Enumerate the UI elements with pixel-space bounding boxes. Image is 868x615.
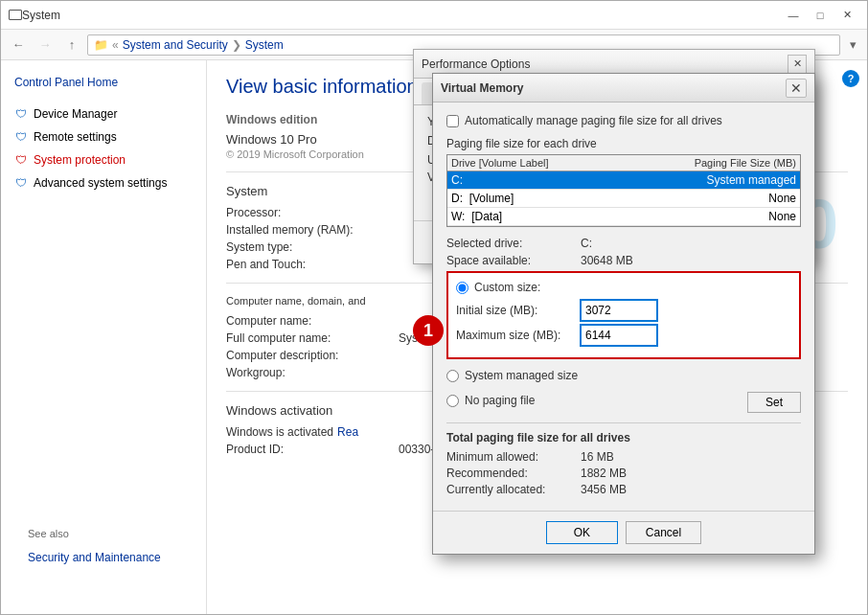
drive-w-size: None: [624, 210, 796, 223]
help-icon[interactable]: ?: [842, 70, 859, 87]
space-available-label: Space available:: [446, 254, 581, 267]
virt-mem-titlebar: Virtual Memory ✕: [433, 74, 814, 102]
processor-label: Processor:: [226, 206, 399, 219]
maximize-button[interactable]: □: [808, 6, 833, 25]
breadcrumb: « System and Security ❯ System: [112, 38, 284, 52]
space-available-row: Space available: 30648 MB: [446, 254, 801, 267]
pen-touch-label: Pen and Touch:: [226, 258, 399, 271]
breadcrumb-arrow: ❯: [232, 38, 241, 52]
up-button[interactable]: ↑: [60, 34, 83, 57]
product-id-label: Product ID:: [226, 443, 399, 456]
perf-close-button[interactable]: ✕: [788, 55, 807, 74]
selected-drive-row: Selected drive: C:: [446, 237, 801, 250]
auto-manage-checkbox[interactable]: [446, 115, 459, 127]
allocated-value: 3456 MB: [581, 483, 627, 496]
sidebar-advanced-label: Advanced system settings: [34, 176, 167, 190]
activation-link[interactable]: Rea: [337, 425, 358, 439]
sidebar-item-remote-settings[interactable]: 🛡 Remote settings: [1, 125, 206, 148]
paging-table-header: Drive [Volume Label] Paging File Size (M…: [447, 155, 800, 171]
max-size-label: Maximum size (MB):: [456, 329, 581, 342]
paging-table: Drive [Volume Label] Paging File Size (M…: [446, 154, 801, 227]
computer-name-label: Computer name:: [226, 314, 399, 328]
paging-row-c[interactable]: C: System managed: [447, 171, 800, 190]
virtual-memory-dialog: Virtual Memory ✕ Automatically manage pa…: [432, 73, 815, 555]
initial-size-input[interactable]: [581, 300, 657, 321]
drive-w-label: W: [Data]: [451, 210, 624, 223]
drive-info-fields: Selected drive: C: Space available: 3064…: [446, 237, 801, 267]
full-computer-label: Full computer name:: [226, 331, 399, 345]
max-size-input[interactable]: [581, 325, 657, 346]
forward-button[interactable]: →: [34, 34, 57, 57]
auto-manage-label: Automatically manage paging file size fo…: [465, 114, 722, 127]
custom-size-radio[interactable]: [456, 282, 468, 294]
minimum-value: 16 MB: [581, 450, 614, 464]
recommended-row: Recommended: 1882 MB: [446, 467, 801, 480]
max-size-row: Maximum size (MB):: [456, 325, 791, 346]
sidebar-item-device-manager[interactable]: 🛡 Device Manager: [1, 102, 206, 125]
system-managed-row: System managed size: [446, 369, 801, 382]
step-badge: 1: [413, 315, 444, 346]
set-button[interactable]: Set: [747, 392, 801, 413]
col-size: Paging File Size (MB): [624, 157, 796, 169]
no-paging-label: No paging file: [465, 394, 535, 407]
drive-d-size: None: [624, 192, 796, 205]
shield-blue-icon: 🛡: [14, 107, 28, 121]
system-managed-label: System managed size: [465, 369, 578, 382]
selected-drive-value: C:: [581, 237, 592, 250]
minimum-row: Minimum allowed: 16 MB: [446, 450, 801, 464]
drive-d-volume: [Volume]: [469, 192, 514, 205]
drive-d-label: D: [Volume]: [451, 192, 624, 205]
shield-blue-icon-3: 🛡: [14, 176, 28, 190]
ram-label: Installed memory (RAM):: [226, 223, 399, 237]
system-type-label: System type:: [226, 240, 399, 254]
sidebar-security-maintenance[interactable]: Security and Maintenance: [14, 547, 193, 568]
custom-size-label: Custom size:: [474, 281, 540, 294]
back-button[interactable]: ←: [7, 34, 30, 57]
virt-cancel-button[interactable]: Cancel: [626, 521, 701, 544]
virt-mem-title: Virtual Memory: [441, 81, 786, 95]
sidebar-item-system-protection[interactable]: 🛡 System protection: [1, 148, 206, 171]
virt-mem-content: Automatically manage paging file size fo…: [433, 102, 814, 511]
auto-manage-row: Automatically manage paging file size fo…: [446, 114, 801, 127]
selected-drive-label: Selected drive:: [446, 237, 581, 250]
allocated-row: Currently allocated: 3456 MB: [446, 483, 801, 496]
custom-size-header: Custom size:: [456, 281, 791, 294]
desc-label: Computer description:: [226, 349, 399, 362]
virt-close-button[interactable]: ✕: [786, 79, 807, 98]
system-managed-radio[interactable]: [446, 370, 459, 382]
total-paging-section: Total paging file size for all drives Mi…: [446, 422, 801, 496]
close-button[interactable]: ✕: [834, 6, 859, 25]
virt-mem-dialog-buttons: OK Cancel: [433, 511, 814, 554]
paging-row-d[interactable]: D: [Volume] None: [447, 190, 800, 208]
drive-w-volume: [Data]: [471, 210, 502, 223]
control-panel-home[interactable]: Control Panel Home: [1, 70, 206, 95]
system-titlebar: System — □ ✕: [1, 1, 867, 30]
minimize-button[interactable]: —: [781, 6, 806, 25]
drive-c-label: C:: [451, 173, 624, 187]
allocated-label: Currently allocated:: [446, 483, 581, 496]
breadcrumb-security[interactable]: System and Security: [123, 38, 228, 52]
activation-status: Windows is activated: [226, 425, 333, 439]
shield-blue-icon-2: 🛡: [14, 130, 28, 144]
system-window: System — □ ✕ ← → ↑ 📁 « System and Securi…: [0, 0, 868, 615]
address-dropdown-button[interactable]: ▾: [844, 34, 861, 56]
recommended-label: Recommended:: [446, 467, 581, 480]
col-drive: Drive [Volume Label]: [451, 157, 624, 169]
system-window-title: System: [22, 9, 781, 22]
initial-size-label: Initial size (MB):: [456, 304, 581, 317]
paging-section-label: Paging file size for each drive: [446, 137, 801, 150]
minimum-label: Minimum allowed:: [446, 450, 581, 464]
radio-section: System managed size No paging file Set: [446, 369, 801, 413]
sidebar-device-manager-label: Device Manager: [34, 107, 117, 121]
paging-row-w[interactable]: W: [Data] None: [447, 208, 800, 226]
space-available-value: 30648 MB: [581, 254, 633, 267]
virt-ok-button[interactable]: OK: [546, 521, 618, 544]
perf-options-title: Performance Options: [422, 57, 788, 71]
shield-red-icon: 🛡: [14, 153, 28, 167]
system-window-icon: [9, 10, 22, 20]
breadcrumb-separator: «: [112, 38, 119, 52]
breadcrumb-system[interactable]: System: [245, 38, 284, 52]
no-paging-radio[interactable]: [446, 395, 459, 407]
drive-c-size: System managed: [624, 173, 796, 187]
sidebar-item-advanced-settings[interactable]: 🛡 Advanced system settings: [1, 171, 206, 194]
